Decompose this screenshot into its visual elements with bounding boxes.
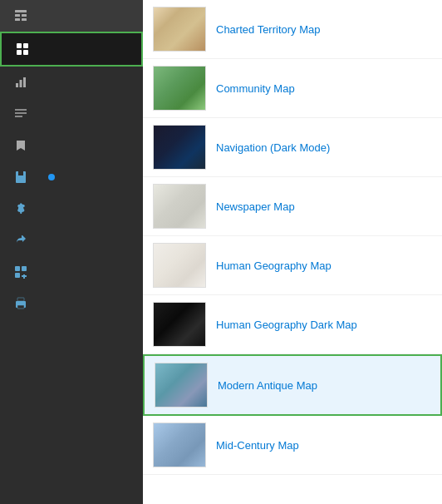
- map-name-modern-antique: Modern Antique Map: [218, 379, 317, 392]
- map-item-navigation[interactable]: Navigation (Dark Mode): [143, 118, 442, 177]
- map-name-navigation: Navigation (Dark Mode): [216, 141, 330, 154]
- svg-rect-3: [15, 18, 20, 21]
- create-icon: [13, 264, 28, 279]
- sidebar-item-print[interactable]: [0, 288, 143, 319]
- sidebar-item-tables[interactable]: [0, 0, 143, 32]
- svg-rect-0: [15, 10, 27, 12]
- svg-rect-8: [23, 50, 28, 55]
- save-open-dot-indicator: [48, 174, 55, 180]
- svg-rect-6: [23, 43, 28, 48]
- svg-rect-5: [17, 43, 22, 48]
- sidebar-item-create-app[interactable]: [0, 256, 143, 288]
- svg-point-17: [19, 177, 22, 180]
- svg-rect-7: [17, 50, 22, 55]
- bookmarks-icon: [13, 138, 28, 153]
- map-name-human-geo: Human Geography Map: [216, 259, 332, 272]
- map-item-newspaper[interactable]: Newspaper Map: [143, 177, 442, 236]
- map-thumbnail-navigation: [153, 125, 206, 170]
- svg-rect-25: [17, 305, 24, 309]
- map-thumbnail-human-geo: [153, 243, 206, 288]
- svg-rect-4: [22, 18, 27, 21]
- settings-icon: [13, 201, 28, 216]
- sidebar-item-share-map[interactable]: [0, 225, 143, 256]
- map-thumbnail-human-geo-dark: [153, 302, 206, 347]
- save-icon: [13, 170, 28, 185]
- sidebar-item-map-properties[interactable]: [0, 193, 143, 225]
- basemap-icon: [15, 42, 30, 57]
- map-thumbnail-modern-antique: [155, 363, 208, 408]
- sidebar-item-bookmarks[interactable]: [0, 130, 143, 161]
- map-item-charted[interactable]: Charted Territory Map: [143, 0, 442, 59]
- map-name-charted: Charted Territory Map: [216, 23, 320, 36]
- map-thumbnail-charted: [153, 7, 206, 52]
- map-name-community: Community Map: [216, 82, 295, 95]
- map-item-human-geo-dark[interactable]: Human Geography Dark Map: [143, 295, 442, 354]
- map-thumbnail-mid-century: [153, 422, 206, 467]
- map-name-mid-century: Mid-Century Map: [216, 439, 299, 452]
- svg-rect-10: [20, 80, 22, 87]
- svg-rect-24: [17, 298, 24, 301]
- legend-icon: [13, 106, 28, 121]
- sidebar-item-legend[interactable]: [0, 98, 143, 130]
- svg-rect-1: [15, 14, 20, 17]
- charts-icon: [13, 75, 28, 90]
- print-icon: [13, 296, 28, 311]
- map-name-newspaper: Newspaper Map: [216, 200, 295, 213]
- sidebar-item-save-open[interactable]: [0, 161, 143, 193]
- sidebar: [0, 0, 143, 504]
- sidebar-item-basemap[interactable]: [0, 32, 143, 67]
- map-list-container: Charted Territory MapCommunity MapNaviga…: [143, 0, 442, 504]
- map-thumbnail-community: [153, 66, 206, 111]
- map-item-human-geo[interactable]: Human Geography Map: [143, 236, 442, 295]
- svg-rect-18: [15, 266, 20, 271]
- svg-rect-16: [18, 171, 23, 175]
- svg-rect-2: [22, 14, 27, 17]
- svg-rect-9: [16, 83, 18, 87]
- share-icon: [13, 233, 28, 248]
- map-item-mid-century[interactable]: Mid-Century Map: [143, 416, 442, 475]
- map-list: Charted Territory MapCommunity MapNaviga…: [143, 0, 442, 475]
- map-item-community[interactable]: Community Map: [143, 59, 442, 118]
- map-name-human-geo-dark: Human Geography Dark Map: [216, 319, 357, 331]
- svg-rect-22: [22, 275, 27, 277]
- map-thumbnail-newspaper: [153, 184, 206, 229]
- table-icon: [13, 8, 28, 23]
- svg-rect-20: [15, 273, 20, 278]
- svg-rect-19: [22, 266, 27, 271]
- map-item-modern-antique[interactable]: Modern Antique Map: [143, 354, 442, 416]
- svg-rect-11: [23, 77, 26, 87]
- sidebar-item-charts[interactable]: [0, 67, 143, 98]
